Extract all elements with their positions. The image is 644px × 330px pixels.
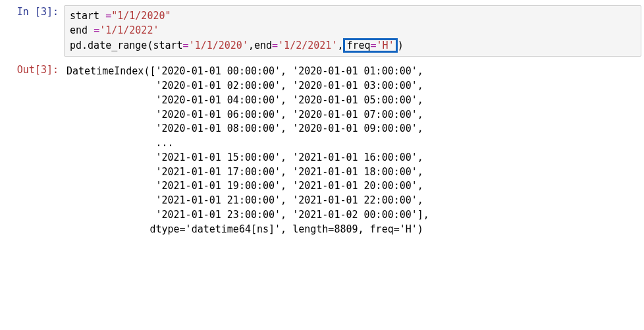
output-line: '2020-01-01 02:00:00', '2020-01-01 03:00… [67, 80, 423, 92]
output-prompt: Out[3]: [3, 63, 64, 78]
input-prompt: In [3]: [3, 5, 64, 20]
highlight-box: freq='H' [343, 38, 397, 53]
output-line: '2020-01-01 04:00:00', '2020-01-01 05:00… [67, 94, 423, 106]
code-token: end [70, 24, 94, 36]
code-token: pd.date_range(start [70, 40, 183, 51]
input-cell: In [3]: start ="1/1/2020" end ='1/1/2022… [3, 5, 641, 57]
output-line: DatetimeIndex(['2020-01-01 00:00:00', '2… [67, 65, 423, 77]
code-token: = [371, 40, 377, 51]
output-line: '2021-01-01 17:00:00', '2021-01-01 18:00… [67, 166, 423, 178]
code-token: ) [398, 40, 404, 51]
code-token: "1/1/2020" [111, 10, 171, 22]
code-input[interactable]: start ="1/1/2020" end ='1/1/2022' pd.dat… [64, 5, 641, 57]
code-token: = [105, 10, 111, 22]
output-line: '2021-01-01 21:00:00', '2021-01-01 22:00… [67, 194, 423, 206]
output-cell: Out[3]: DatetimeIndex(['2020-01-01 00:00… [3, 63, 641, 238]
output-line: '2020-01-01 06:00:00', '2020-01-01 07:00… [67, 109, 423, 121]
output-line: '2021-01-01 15:00:00', '2021-01-01 16:00… [67, 151, 423, 163]
code-token: 'H' [377, 40, 394, 51]
output-line: '2021-01-01 19:00:00', '2021-01-01 20:00… [67, 180, 423, 192]
code-token: '1/1/2022' [99, 24, 159, 36]
code-token: start [70, 10, 105, 22]
output-line: ... [67, 137, 174, 149]
code-token: = [183, 40, 189, 51]
output-line: dtype='datetime64[ns]', length=8809, fre… [67, 223, 423, 235]
code-output: DatetimeIndex(['2020-01-01 00:00:00', '2… [64, 63, 641, 238]
code-token: ,end [248, 40, 272, 51]
output-line: '2020-01-01 08:00:00', '2020-01-01 09:00… [67, 123, 423, 134]
code-token: = [272, 40, 278, 51]
code-token: freq [346, 40, 370, 51]
code-token: = [94, 24, 99, 36]
output-line: '2021-01-01 23:00:00', '2021-01-02 00:00… [67, 209, 429, 221]
code-token: '1/2/2021' [278, 40, 337, 51]
code-token: '1/1/2020' [189, 40, 248, 51]
code-token: , [337, 40, 343, 51]
